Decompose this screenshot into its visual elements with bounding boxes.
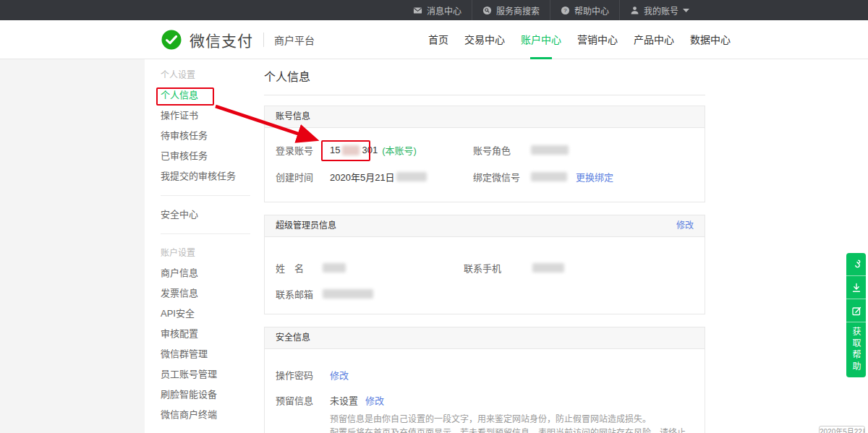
operation-password-field: 操作密码 修改 <box>276 368 694 382</box>
title-divider <box>264 95 705 95</box>
super-admin-card: 超级管理员信息 修改 姓 名 联系手机 联系邮箱 <box>264 215 705 314</box>
account-info-card-body: 登录账号 15 301 (本账号) 账号角色 <box>265 128 705 202</box>
login-account-prefix: 15 <box>330 145 340 155</box>
brand: 微信支付 商户平台 <box>161 20 315 59</box>
redacted-value <box>531 145 569 155</box>
topbar: 消息中心 服务商搜索 ? 帮助中心 我的账号 <box>0 0 868 20</box>
security-info-card-body: 操作密码 修改 预留信息 未设置 修改 预留信息是由你自己设置的一段文字，用来鉴… <box>265 349 705 433</box>
login-account-label: 登录账号 <box>276 143 330 157</box>
redacted-value <box>532 263 564 273</box>
account-role-field: 账号角色 <box>473 143 569 157</box>
reserved-info-value: 未设置 <box>330 393 358 407</box>
wechat-pay-logo-icon <box>161 29 182 51</box>
bound-wechat-field: 绑定微信号 更换绑定 <box>473 170 613 184</box>
contact-service-button[interactable] <box>846 253 866 276</box>
account-info-card: 账号信息 登录账号 15 301 (本账号) 账号角色 <box>264 106 705 202</box>
redacted-value <box>323 263 346 273</box>
redacted-value <box>342 145 359 155</box>
account-row-2: 创建时间 2020年5月21日 绑定微信号 更换绑定 <box>276 163 694 190</box>
security-info-card-title: 安全信息 <box>276 327 310 348</box>
nav-data-center[interactable]: 数据中心 <box>689 20 732 59</box>
topbar-my-account[interactable]: 我的账号 <box>619 0 699 20</box>
sidebar-group-personal-settings: 个人设置 <box>145 65 250 85</box>
rebind-wechat-link[interactable]: 更换绑定 <box>576 170 613 184</box>
admin-row-1: 姓 名 联系手机 <box>276 254 694 280</box>
topbar-help-center-label: 帮助中心 <box>574 4 609 17</box>
sidebar-item-personal-info[interactable]: 个人信息 <box>145 85 250 106</box>
reserved-info-description: 预留信息是由你自己设置的一段文字，用来鉴定网站身份，防止假冒网站造成损失。 配置… <box>330 413 694 433</box>
sidebar-item-face-device[interactable]: 刷脸智能设备 <box>145 385 250 405</box>
svg-text:?: ? <box>563 7 567 14</box>
sidebar-item-review-config[interactable]: 审核配置 <box>145 324 250 344</box>
security-info-card-header: 安全信息 <box>265 327 705 349</box>
login-account-field: 登录账号 15 301 (本账号) <box>276 143 473 157</box>
brand-portal-label: 商户平台 <box>274 33 315 47</box>
created-time-label: 创建时间 <box>276 170 330 184</box>
admin-email-field: 联系邮箱 <box>276 287 464 301</box>
brand-name: 微信支付 <box>190 29 253 51</box>
sidebar-item-api-security[interactable]: API安全 <box>145 304 250 324</box>
sidebar-item-pending-review[interactable]: 待审核任务 <box>145 126 250 146</box>
reserved-info-label: 预留信息 <box>276 393 330 407</box>
topbar-items: 消息中心 服务商搜索 ? 帮助中心 我的账号 <box>403 0 699 20</box>
sidebar-item-reviewed[interactable]: 已审核任务 <box>145 146 250 166</box>
topbar-message-center[interactable]: 消息中心 <box>403 0 472 20</box>
left-gray-strip <box>0 59 145 433</box>
reserved-info-edit-link[interactable]: 修改 <box>365 393 384 407</box>
get-help-label: 获取帮助 <box>850 327 862 373</box>
get-help-button[interactable]: 获取帮助 <box>846 322 866 377</box>
topbar-help-center[interactable]: ? 帮助中心 <box>550 0 619 20</box>
topbar-message-center-label: 消息中心 <box>427 4 461 17</box>
sidebar-item-staff-account[interactable]: 员工账号管理 <box>145 364 250 385</box>
topbar-my-account-label: 我的账号 <box>644 4 678 17</box>
main-nav: 首页 交易中心 账户中心 营销中心 产品中心 数据中心 <box>427 20 745 59</box>
edit-icon <box>851 306 861 316</box>
account-info-card-title: 账号信息 <box>276 106 310 127</box>
reserved-info-field: 预留信息 未设置 修改 <box>276 393 694 407</box>
user-icon <box>630 6 639 15</box>
chevron-down-icon <box>683 9 689 12</box>
contact-service-icon <box>851 259 861 270</box>
sidebar: 个人设置 个人信息 操作证书 待审核任务 已审核任务 我提交的审核任务 安全中心… <box>145 59 250 433</box>
question-icon: ? <box>561 6 570 15</box>
admin-name-field: 姓 名 <box>276 261 464 275</box>
nav-trade-center[interactable]: 交易中心 <box>463 20 506 59</box>
feedback-button[interactable] <box>846 299 866 322</box>
sidebar-divider <box>161 233 250 234</box>
nav-marketing-center[interactable]: 营销中心 <box>576 20 619 59</box>
redacted-value <box>323 289 373 299</box>
super-admin-card-body: 姓 名 联系手机 联系邮箱 <box>265 237 705 314</box>
security-info-card: 安全信息 操作密码 修改 预留信息 未设置 修改 预留信息是由你自己设置的一段文… <box>264 327 705 433</box>
operation-password-edit-link[interactable]: 修改 <box>330 368 349 382</box>
current-account-tag: (本账号) <box>382 143 417 157</box>
sidebar-item-security-center[interactable]: 安全中心 <box>145 205 250 225</box>
login-account-suffix: 301 <box>362 145 378 155</box>
download-button[interactable] <box>846 276 866 299</box>
sidebar-item-merchant-info[interactable]: 商户信息 <box>145 263 250 283</box>
sidebar-item-merchant-terminal[interactable]: 微信商户终端 <box>145 405 250 425</box>
created-time-field: 创建时间 2020年5月21日 <box>276 170 473 184</box>
account-info-card-header: 账号信息 <box>265 106 705 128</box>
nav-home[interactable]: 首页 <box>427 20 450 59</box>
nav-account-center[interactable]: 账户中心 <box>519 20 563 59</box>
date-chip[interactable]: 2020年5月22日 <box>819 426 865 433</box>
page-title: 个人信息 <box>264 59 705 85</box>
sidebar-item-invoice-info[interactable]: 发票信息 <box>145 283 250 304</box>
reserved-info-desc-line-2: 配置后将在首页及充值页面显示。若未看到预留信息，表明当前访问的网站存在风险，请终… <box>330 426 694 433</box>
nav-product-center[interactable]: 产品中心 <box>632 20 676 59</box>
redacted-value <box>531 172 567 181</box>
admin-phone-field: 联系手机 <box>464 261 564 275</box>
sidebar-item-operation-cert[interactable]: 操作证书 <box>145 106 250 126</box>
super-admin-edit-link[interactable]: 修改 <box>676 215 694 236</box>
merchant-platform-page: 消息中心 服务商搜索 ? 帮助中心 我的账号 微信支付 商户平台 <box>0 0 868 433</box>
created-time-text: 2020年5月21日 <box>330 170 395 184</box>
admin-email-label: 联系邮箱 <box>276 287 323 301</box>
created-time-value: 2020年5月21日 <box>330 170 427 184</box>
sidebar-item-my-submitted-review[interactable]: 我提交的审核任务 <box>145 166 250 187</box>
topbar-sp-search[interactable]: 服务商搜索 <box>472 0 550 20</box>
topbar-sp-search-label: 服务商搜索 <box>496 4 540 17</box>
login-account-value: 15 301 (本账号) <box>330 143 417 157</box>
account-role-label: 账号角色 <box>473 143 531 157</box>
sidebar-item-wechat-group[interactable]: 微信群管理 <box>145 344 250 364</box>
sidebar-divider <box>161 195 250 196</box>
